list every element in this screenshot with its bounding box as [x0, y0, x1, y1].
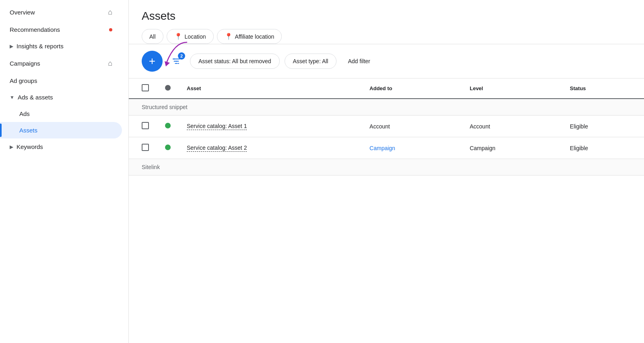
col-status-dot [157, 79, 179, 99]
plus-icon: + [149, 55, 155, 68]
location-icon: 📍 [225, 33, 233, 40]
sidebar-item-overview[interactable]: Overview ⌂ [0, 3, 122, 21]
added-to-link[interactable]: Campaign [369, 145, 395, 151]
sidebar-item-label: Ads & assets [18, 94, 112, 101]
level-value: Campaign [470, 145, 495, 151]
row-asset-cell: Service catalog: Asset 1 [179, 116, 361, 137]
add-filter-label: Add filter [348, 58, 370, 64]
add-filter-button[interactable]: Add filter [341, 54, 376, 68]
status-dot-active [165, 145, 171, 150]
sidebar-item-assets[interactable]: Assets [0, 122, 122, 138]
sidebar-item-campaigns[interactable]: Campaigns ⌂ [0, 54, 122, 72]
sidebar-item-ads[interactable]: Ads [0, 105, 122, 122]
filter-badge: 2 [178, 52, 185, 60]
asset-status-label: Asset status: All but removed [198, 58, 271, 64]
table-row: Service catalog: Asset 2 Campaign Campai… [129, 137, 644, 159]
row-status-cell [157, 116, 179, 137]
sidebar-item-label: Recommendations [10, 26, 107, 33]
section-structured-snippet: Structured snippet [129, 99, 644, 116]
filter-button[interactable]: 2 [167, 52, 185, 70]
status-value: Eligible [570, 123, 588, 130]
tab-affiliate-location[interactable]: 📍 Affiliate location [217, 29, 282, 44]
assets-table-container: Asset Added to Level Status [129, 79, 644, 343]
page-title: Assets [142, 10, 631, 23]
section-sitelink: Sitelink [129, 159, 644, 176]
row-checkbox-cell [129, 116, 157, 137]
row-status-cell [157, 137, 179, 159]
home-icon: ⌂ [108, 59, 112, 68]
sidebar-item-label: Campaigns [10, 60, 108, 67]
home-icon: ⌂ [108, 8, 112, 17]
tab-affiliate-location-label: Affiliate location [235, 33, 275, 40]
location-icon: 📍 [174, 33, 182, 40]
sidebar-item-label: Ads [19, 110, 112, 117]
active-indicator [0, 124, 2, 137]
col-status-header[interactable]: Status [562, 79, 644, 99]
asset-name[interactable]: Service catalog: Asset 1 [187, 123, 247, 130]
section-label: Structured snippet [142, 104, 188, 110]
sidebar: Overview ⌂ Recommendations ▶ Insights & … [0, 0, 129, 343]
tab-location[interactable]: 📍 Location [167, 29, 214, 44]
chevron-right-icon: ▶ [10, 43, 13, 49]
col-level-header[interactable]: Level [462, 79, 562, 99]
svg-point-1 [173, 58, 175, 60]
sidebar-item-label: Insights & reports [17, 43, 112, 50]
sidebar-item-ad-groups[interactable]: Ad groups [0, 72, 122, 89]
tab-location-label: Location [185, 33, 206, 40]
row-level-cell: Campaign [462, 137, 562, 159]
page-header: Assets All 📍 Location 📍 Affiliate locati… [129, 0, 644, 44]
row-status-cell: Eligible [562, 137, 644, 159]
svg-point-2 [176, 61, 177, 62]
section-label: Sitelink [142, 164, 160, 170]
tab-all-label: All [149, 33, 156, 40]
sidebar-item-label: Keywords [17, 143, 112, 150]
row-checkbox[interactable] [142, 144, 149, 151]
col-checkbox [129, 79, 157, 99]
sidebar-item-ads-assets[interactable]: ▼ Ads & assets [0, 89, 122, 105]
toolbar: + 2 Asset status: All but removed Asset … [129, 44, 644, 79]
assets-table: Asset Added to Level Status [129, 79, 644, 176]
sidebar-item-insights-reports[interactable]: ▶ Insights & reports [0, 38, 122, 54]
tab-all[interactable]: All [142, 29, 163, 44]
row-checkbox[interactable] [142, 122, 149, 129]
row-asset-cell: Service catalog: Asset 2 [179, 137, 361, 159]
added-to-value: Account [369, 123, 390, 130]
level-value: Account [470, 123, 490, 130]
row-level-cell: Account [462, 116, 562, 137]
col-added-to-header[interactable]: Added to [361, 79, 462, 99]
row-status-cell: Eligible [562, 116, 644, 137]
sidebar-item-label: Assets [19, 127, 112, 134]
notification-dot [109, 28, 112, 31]
select-all-checkbox[interactable] [142, 84, 149, 91]
sidebar-item-label: Ad groups [10, 77, 112, 84]
filter-tabs: All 📍 Location 📍 Affiliate location [142, 29, 631, 44]
table-row: Service catalog: Asset 1 Account Account… [129, 116, 644, 137]
chevron-down-icon: ▼ [10, 95, 14, 100]
asset-status-filter[interactable]: Asset status: All but removed [190, 54, 280, 69]
add-button[interactable]: + [142, 51, 163, 72]
sidebar-item-recommendations[interactable]: Recommendations [0, 21, 122, 38]
status-value: Eligible [570, 145, 588, 151]
row-checkbox-cell [129, 137, 157, 159]
status-dot-header [165, 85, 171, 91]
row-added-to-cell: Campaign [361, 137, 462, 159]
sidebar-item-keywords[interactable]: ▶ Keywords [0, 138, 122, 155]
main-content: Assets All 📍 Location 📍 Affiliate locati… [129, 0, 644, 343]
row-added-to-cell: Account [361, 116, 462, 137]
asset-name[interactable]: Service catalog: Asset 2 [187, 145, 247, 152]
status-dot-active [165, 123, 171, 128]
col-asset-header[interactable]: Asset [179, 79, 361, 99]
asset-type-label: Asset type: All [293, 58, 328, 64]
svg-point-3 [178, 63, 179, 64]
asset-type-filter[interactable]: Asset type: All [285, 54, 337, 69]
sidebar-item-label: Overview [10, 9, 108, 16]
chevron-right-icon: ▶ [10, 144, 13, 150]
